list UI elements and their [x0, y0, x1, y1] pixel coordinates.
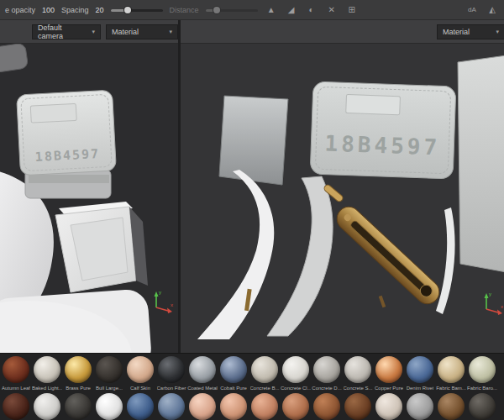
material-item[interactable] [33, 393, 61, 420]
material-item[interactable] [281, 393, 310, 420]
material-item[interactable]: Fabric Baro... [468, 356, 496, 391]
material-thumbnail[interactable] [469, 356, 496, 383]
material-item[interactable]: Coated Metal [188, 356, 217, 391]
material-item[interactable]: Concrete B... [250, 356, 279, 391]
material-thumbnail[interactable] [127, 356, 154, 383]
material-thumbnail[interactable] [34, 356, 60, 383]
slider-knob[interactable] [124, 7, 131, 13]
material-thumbnail[interactable] [313, 356, 340, 383]
material-item[interactable] [406, 393, 434, 420]
triangle-icon[interactable]: ▲ [265, 3, 278, 17]
material-thumbnail[interactable] [220, 393, 247, 420]
material-thumbnail[interactable] [3, 393, 29, 420]
uv-sheet-piece [458, 55, 504, 272]
material-thumbnail[interactable] [375, 393, 402, 420]
uv-slab-piece [219, 96, 288, 185]
opacity-label: e opacity [5, 6, 35, 14]
viewport-2d[interactable]: Material ▾ [181, 20, 504, 353]
shading-select-3d-value: Material [112, 28, 139, 36]
material-item[interactable]: Denim Rivet [406, 356, 434, 391]
material-shelf[interactable]: Autumn LeafBaked Light...Brass PureBull … [0, 353, 504, 420]
material-thumbnail[interactable] [375, 356, 402, 383]
axis-x-label: x [171, 302, 173, 307]
material-item[interactable] [250, 393, 279, 420]
viewport-2d-canvas[interactable]: 18B4597 [181, 44, 504, 353]
chevron-down-icon: ▾ [496, 29, 499, 35]
shading-select-2d[interactable]: Material ▾ [437, 24, 504, 39]
material-item[interactable]: Calf Skin [126, 356, 155, 391]
material-item[interactable] [64, 393, 92, 420]
material-thumbnail[interactable] [3, 356, 29, 383]
material-thumbnail[interactable] [220, 356, 247, 383]
slider-knob[interactable] [213, 7, 220, 13]
material-thumbnail[interactable] [96, 393, 123, 420]
spacing-label: Spacing [61, 6, 89, 14]
material-thumbnail[interactable] [158, 393, 185, 420]
material-label: Cobalt Pure [220, 385, 247, 391]
spacing-value[interactable]: 20 [96, 6, 104, 14]
viewport-3d-header: Default camera ▾ Material ▾ [0, 20, 178, 44]
material-label: Calf Skin [130, 385, 150, 391]
camera-select[interactable]: Default camera ▾ [32, 24, 101, 39]
material-item[interactable] [437, 393, 465, 420]
material-thumbnail[interactable] [344, 356, 371, 383]
material-item[interactable]: Bull Large... [95, 356, 123, 391]
license-plate-3d: 18B4597 [17, 90, 117, 176]
distance-slider[interactable] [206, 5, 258, 15]
material-item[interactable]: Copper Pure [375, 356, 403, 391]
shading-sphere-icon[interactable]: ◐ [305, 3, 318, 17]
symmetry-icon[interactable]: ✕ [325, 3, 339, 17]
material-item[interactable]: Concrete D... [312, 356, 341, 391]
material-thumbnail[interactable] [34, 393, 60, 420]
viewport-3d[interactable]: Default camera ▾ Material ▾ [0, 20, 178, 353]
material-item[interactable] [344, 393, 372, 420]
material-thumbnail[interactable] [282, 393, 309, 420]
material-thumbnail[interactable] [65, 356, 92, 383]
material-thumbnail[interactable] [469, 393, 496, 420]
material-item[interactable] [219, 393, 248, 420]
material-thumbnail[interactable] [407, 393, 433, 420]
material-item[interactable] [2, 393, 30, 420]
material-thumbnail[interactable] [158, 356, 185, 383]
material-item[interactable]: Brass Pure [64, 356, 92, 391]
material-item[interactable]: Carbon Fiber [157, 356, 186, 391]
material-item[interactable]: Concrete S... [344, 356, 372, 391]
material-item[interactable]: Baked Light... [33, 356, 61, 391]
material-thumbnail[interactable] [65, 393, 92, 420]
material-item[interactable] [375, 393, 403, 420]
material-item[interactable] [468, 393, 496, 420]
material-thumbnail[interactable] [96, 356, 123, 383]
material-thumbnail[interactable] [282, 356, 309, 383]
uv-scene: 18B4597 [181, 44, 504, 353]
material-item[interactable] [312, 393, 341, 420]
material-item[interactable]: Autumn Leaf [2, 356, 30, 391]
material-item[interactable] [157, 393, 186, 420]
material-item[interactable] [95, 393, 123, 420]
material-thumbnail[interactable] [438, 356, 465, 383]
material-thumbnail[interactable] [189, 356, 216, 383]
material-item[interactable] [188, 393, 217, 420]
shading-select-3d[interactable]: Material ▾ [106, 24, 178, 39]
material-item[interactable]: Fabric Bam... [437, 356, 465, 391]
viewport-3d-canvas[interactable]: 18B4597 [0, 44, 178, 353]
logo-icon-1[interactable]: dA [465, 3, 479, 17]
logo-icon-2[interactable]: ◭ [486, 3, 499, 17]
material-thumbnail[interactable] [344, 393, 371, 420]
material-thumbnail[interactable] [313, 393, 340, 420]
material-thumbnail[interactable] [407, 356, 433, 383]
material-label: Concrete S... [344, 385, 373, 391]
material-item[interactable]: Cobalt Pure [219, 356, 248, 391]
opacity-value[interactable]: 100 [42, 6, 55, 14]
material-label: Bull Large... [96, 385, 123, 391]
grid-icon[interactable]: ⊞ [345, 3, 359, 17]
falloff-icon[interactable]: ◢ [285, 3, 298, 17]
material-thumbnail[interactable] [438, 393, 465, 420]
material-item[interactable]: Concrete Cl... [281, 356, 310, 391]
material-thumbnail[interactable] [251, 356, 278, 383]
material-item[interactable] [126, 393, 155, 420]
material-thumbnail[interactable] [127, 393, 154, 420]
material-thumbnail[interactable] [251, 393, 278, 420]
distance-label: Distance [170, 6, 199, 14]
material-thumbnail[interactable] [189, 393, 216, 420]
spacing-slider[interactable] [111, 5, 163, 15]
